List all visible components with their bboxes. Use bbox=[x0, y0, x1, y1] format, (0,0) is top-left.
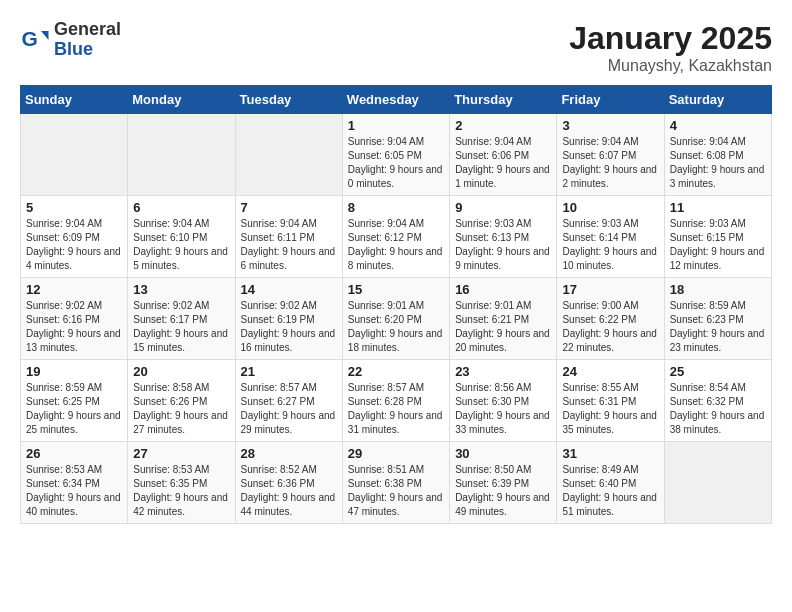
day-info: Sunrise: 9:02 AM Sunset: 6:17 PM Dayligh… bbox=[133, 299, 229, 355]
calendar-cell: 23 Sunrise: 8:56 AM Sunset: 6:30 PM Dayl… bbox=[450, 360, 557, 442]
day-number: 15 bbox=[348, 282, 444, 297]
weekday-header: Thursday bbox=[450, 86, 557, 114]
day-number: 17 bbox=[562, 282, 658, 297]
calendar-cell: 12 Sunrise: 9:02 AM Sunset: 6:16 PM Dayl… bbox=[21, 278, 128, 360]
day-number: 9 bbox=[455, 200, 551, 215]
day-number: 27 bbox=[133, 446, 229, 461]
day-info: Sunrise: 9:04 AM Sunset: 6:12 PM Dayligh… bbox=[348, 217, 444, 273]
calendar-week-row: 19 Sunrise: 8:59 AM Sunset: 6:25 PM Dayl… bbox=[21, 360, 772, 442]
calendar-cell: 3 Sunrise: 9:04 AM Sunset: 6:07 PM Dayli… bbox=[557, 114, 664, 196]
day-number: 19 bbox=[26, 364, 122, 379]
calendar-cell: 29 Sunrise: 8:51 AM Sunset: 6:38 PM Dayl… bbox=[342, 442, 449, 524]
day-info: Sunrise: 8:50 AM Sunset: 6:39 PM Dayligh… bbox=[455, 463, 551, 519]
calendar-cell: 19 Sunrise: 8:59 AM Sunset: 6:25 PM Dayl… bbox=[21, 360, 128, 442]
day-number: 8 bbox=[348, 200, 444, 215]
day-number: 11 bbox=[670, 200, 766, 215]
calendar-cell: 16 Sunrise: 9:01 AM Sunset: 6:21 PM Dayl… bbox=[450, 278, 557, 360]
day-number: 5 bbox=[26, 200, 122, 215]
calendar-cell: 5 Sunrise: 9:04 AM Sunset: 6:09 PM Dayli… bbox=[21, 196, 128, 278]
day-info: Sunrise: 9:04 AM Sunset: 6:08 PM Dayligh… bbox=[670, 135, 766, 191]
calendar-cell: 14 Sunrise: 9:02 AM Sunset: 6:19 PM Dayl… bbox=[235, 278, 342, 360]
day-number: 16 bbox=[455, 282, 551, 297]
calendar-cell: 9 Sunrise: 9:03 AM Sunset: 6:13 PM Dayli… bbox=[450, 196, 557, 278]
calendar-cell bbox=[21, 114, 128, 196]
day-info: Sunrise: 9:04 AM Sunset: 6:10 PM Dayligh… bbox=[133, 217, 229, 273]
logo-text: General Blue bbox=[54, 20, 121, 60]
day-info: Sunrise: 9:04 AM Sunset: 6:05 PM Dayligh… bbox=[348, 135, 444, 191]
calendar-table: SundayMondayTuesdayWednesdayThursdayFrid… bbox=[20, 85, 772, 524]
calendar-cell: 8 Sunrise: 9:04 AM Sunset: 6:12 PM Dayli… bbox=[342, 196, 449, 278]
page-header: G General Blue January 2025 Munayshy, Ka… bbox=[20, 20, 772, 75]
calendar-cell: 27 Sunrise: 8:53 AM Sunset: 6:35 PM Dayl… bbox=[128, 442, 235, 524]
weekday-header: Saturday bbox=[664, 86, 771, 114]
logo-icon: G bbox=[20, 25, 50, 55]
month-title: January 2025 bbox=[569, 20, 772, 57]
day-info: Sunrise: 9:04 AM Sunset: 6:06 PM Dayligh… bbox=[455, 135, 551, 191]
day-number: 12 bbox=[26, 282, 122, 297]
calendar-cell: 1 Sunrise: 9:04 AM Sunset: 6:05 PM Dayli… bbox=[342, 114, 449, 196]
day-info: Sunrise: 9:01 AM Sunset: 6:21 PM Dayligh… bbox=[455, 299, 551, 355]
day-number: 28 bbox=[241, 446, 337, 461]
calendar-cell: 13 Sunrise: 9:02 AM Sunset: 6:17 PM Dayl… bbox=[128, 278, 235, 360]
day-number: 14 bbox=[241, 282, 337, 297]
day-info: Sunrise: 9:00 AM Sunset: 6:22 PM Dayligh… bbox=[562, 299, 658, 355]
day-info: Sunrise: 9:01 AM Sunset: 6:20 PM Dayligh… bbox=[348, 299, 444, 355]
day-number: 26 bbox=[26, 446, 122, 461]
calendar-week-row: 5 Sunrise: 9:04 AM Sunset: 6:09 PM Dayli… bbox=[21, 196, 772, 278]
calendar-cell: 31 Sunrise: 8:49 AM Sunset: 6:40 PM Dayl… bbox=[557, 442, 664, 524]
calendar-cell: 10 Sunrise: 9:03 AM Sunset: 6:14 PM Dayl… bbox=[557, 196, 664, 278]
calendar-week-row: 1 Sunrise: 9:04 AM Sunset: 6:05 PM Dayli… bbox=[21, 114, 772, 196]
day-info: Sunrise: 8:51 AM Sunset: 6:38 PM Dayligh… bbox=[348, 463, 444, 519]
weekday-header: Tuesday bbox=[235, 86, 342, 114]
day-number: 24 bbox=[562, 364, 658, 379]
calendar-cell: 17 Sunrise: 9:00 AM Sunset: 6:22 PM Dayl… bbox=[557, 278, 664, 360]
day-info: Sunrise: 9:02 AM Sunset: 6:19 PM Dayligh… bbox=[241, 299, 337, 355]
calendar-cell: 6 Sunrise: 9:04 AM Sunset: 6:10 PM Dayli… bbox=[128, 196, 235, 278]
calendar-cell: 22 Sunrise: 8:57 AM Sunset: 6:28 PM Dayl… bbox=[342, 360, 449, 442]
weekday-header: Friday bbox=[557, 86, 664, 114]
day-info: Sunrise: 8:57 AM Sunset: 6:28 PM Dayligh… bbox=[348, 381, 444, 437]
day-info: Sunrise: 8:56 AM Sunset: 6:30 PM Dayligh… bbox=[455, 381, 551, 437]
day-number: 21 bbox=[241, 364, 337, 379]
calendar-cell: 20 Sunrise: 8:58 AM Sunset: 6:26 PM Dayl… bbox=[128, 360, 235, 442]
calendar-cell: 28 Sunrise: 8:52 AM Sunset: 6:36 PM Dayl… bbox=[235, 442, 342, 524]
calendar-week-row: 12 Sunrise: 9:02 AM Sunset: 6:16 PM Dayl… bbox=[21, 278, 772, 360]
calendar-cell: 4 Sunrise: 9:04 AM Sunset: 6:08 PM Dayli… bbox=[664, 114, 771, 196]
calendar-cell: 21 Sunrise: 8:57 AM Sunset: 6:27 PM Dayl… bbox=[235, 360, 342, 442]
day-number: 31 bbox=[562, 446, 658, 461]
day-info: Sunrise: 8:57 AM Sunset: 6:27 PM Dayligh… bbox=[241, 381, 337, 437]
title-block: January 2025 Munayshy, Kazakhstan bbox=[569, 20, 772, 75]
day-number: 1 bbox=[348, 118, 444, 133]
day-number: 22 bbox=[348, 364, 444, 379]
day-info: Sunrise: 9:04 AM Sunset: 6:11 PM Dayligh… bbox=[241, 217, 337, 273]
logo: G General Blue bbox=[20, 20, 121, 60]
day-number: 10 bbox=[562, 200, 658, 215]
day-number: 25 bbox=[670, 364, 766, 379]
day-number: 13 bbox=[133, 282, 229, 297]
day-info: Sunrise: 8:52 AM Sunset: 6:36 PM Dayligh… bbox=[241, 463, 337, 519]
day-number: 29 bbox=[348, 446, 444, 461]
day-info: Sunrise: 9:03 AM Sunset: 6:14 PM Dayligh… bbox=[562, 217, 658, 273]
day-number: 4 bbox=[670, 118, 766, 133]
weekday-header-row: SundayMondayTuesdayWednesdayThursdayFrid… bbox=[21, 86, 772, 114]
day-number: 23 bbox=[455, 364, 551, 379]
calendar-cell: 30 Sunrise: 8:50 AM Sunset: 6:39 PM Dayl… bbox=[450, 442, 557, 524]
location: Munayshy, Kazakhstan bbox=[569, 57, 772, 75]
day-number: 7 bbox=[241, 200, 337, 215]
day-info: Sunrise: 8:53 AM Sunset: 6:35 PM Dayligh… bbox=[133, 463, 229, 519]
logo-blue: Blue bbox=[54, 40, 121, 60]
day-info: Sunrise: 8:58 AM Sunset: 6:26 PM Dayligh… bbox=[133, 381, 229, 437]
day-number: 6 bbox=[133, 200, 229, 215]
svg-text:G: G bbox=[22, 27, 38, 50]
day-info: Sunrise: 8:59 AM Sunset: 6:25 PM Dayligh… bbox=[26, 381, 122, 437]
day-number: 18 bbox=[670, 282, 766, 297]
svg-marker-1 bbox=[41, 31, 49, 40]
day-info: Sunrise: 8:55 AM Sunset: 6:31 PM Dayligh… bbox=[562, 381, 658, 437]
day-info: Sunrise: 8:49 AM Sunset: 6:40 PM Dayligh… bbox=[562, 463, 658, 519]
logo-general: General bbox=[54, 20, 121, 40]
calendar-cell bbox=[235, 114, 342, 196]
day-info: Sunrise: 9:03 AM Sunset: 6:15 PM Dayligh… bbox=[670, 217, 766, 273]
weekday-header: Sunday bbox=[21, 86, 128, 114]
day-info: Sunrise: 8:53 AM Sunset: 6:34 PM Dayligh… bbox=[26, 463, 122, 519]
day-info: Sunrise: 9:02 AM Sunset: 6:16 PM Dayligh… bbox=[26, 299, 122, 355]
